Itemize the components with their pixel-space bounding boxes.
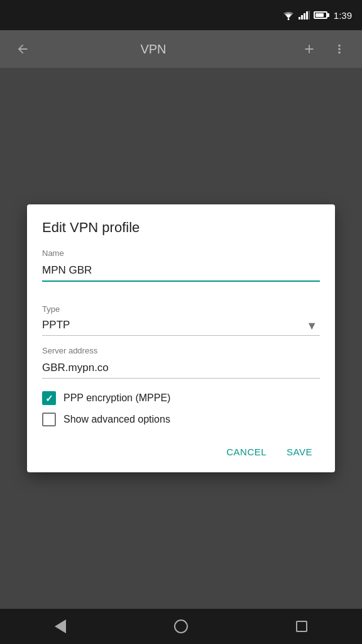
ppp-encryption-checkbox[interactable]: ✓ [42,391,56,405]
svg-rect-3 [304,13,305,19]
nav-recent-button[interactable] [283,609,321,644]
save-button[interactable]: SAVE [279,441,320,462]
type-dropdown-container[interactable]: PPTP ▼ [42,316,320,336]
nav-home-button[interactable] [162,609,200,644]
status-bar: 1:39 [0,0,362,30]
nav-recent-icon [296,621,307,632]
show-advanced-row[interactable]: Show advanced options [42,413,320,426]
nav-back-button[interactable] [41,609,79,644]
status-icons: 1:39 [282,10,352,21]
svg-rect-2 [301,15,303,19]
checkmark-icon: ✓ [45,394,53,403]
add-button[interactable] [297,36,322,62]
type-label: Type [42,304,320,314]
wifi-icon [282,11,295,20]
show-advanced-checkbox[interactable] [42,413,56,426]
nav-back-icon [55,619,66,633]
status-time: 1:39 [334,10,352,21]
server-input[interactable] [42,359,320,379]
battery-icon [314,11,327,19]
type-value: PPTP [42,316,320,335]
app-toolbar: VPN [0,30,362,68]
toolbar-title: VPN [45,42,261,57]
back-button[interactable] [10,36,35,62]
ppp-encryption-row[interactable]: ✓ PPP encryption (MPPE) [42,391,320,405]
edit-vpn-dialog: Edit VPN profile Name Type PPTP ▼ Server… [27,204,335,472]
signal-icon [299,11,310,19]
dialog-buttons: CANCEL SAVE [42,436,320,462]
nav-home-icon [174,619,188,633]
nav-bar [0,609,362,644]
name-label: Name [42,248,320,258]
show-advanced-label: Show advanced options [63,414,170,425]
toolbar-actions [297,36,352,62]
dialog-overlay: Edit VPN profile Name Type PPTP ▼ Server… [0,68,362,609]
svg-rect-4 [306,11,308,19]
ppp-encryption-label: PPP encryption (MPPE) [63,392,170,404]
name-input[interactable] [42,262,320,282]
dialog-title: Edit VPN profile [42,219,320,236]
svg-rect-5 [309,11,310,19]
more-button[interactable] [327,36,352,62]
server-label: Server address [42,346,320,355]
svg-point-0 [287,18,289,20]
cancel-button[interactable]: CANCEL [219,441,274,462]
svg-rect-1 [299,17,300,19]
